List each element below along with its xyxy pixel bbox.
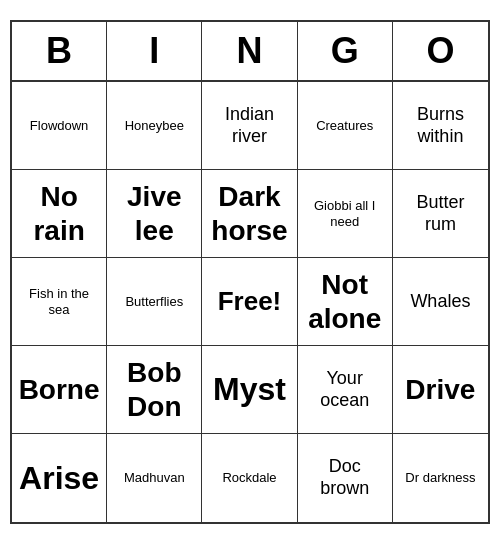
bingo-cell-1: Honeybee bbox=[107, 82, 202, 170]
bingo-cell-19: Drive bbox=[393, 346, 488, 434]
bingo-cell-12: Free! bbox=[202, 258, 297, 346]
bingo-cell-3: Creatures bbox=[298, 82, 393, 170]
bingo-cell-20: Arise bbox=[12, 434, 107, 522]
bingo-cell-23: Doc brown bbox=[298, 434, 393, 522]
bingo-cell-0: Flowdown bbox=[12, 82, 107, 170]
bingo-cell-7: Dark horse bbox=[202, 170, 297, 258]
bingo-cell-2: Indian river bbox=[202, 82, 297, 170]
bingo-cell-21: Madhuvan bbox=[107, 434, 202, 522]
header-letter-o: O bbox=[393, 22, 488, 80]
bingo-cell-18: Your ocean bbox=[298, 346, 393, 434]
bingo-cell-11: Butterflies bbox=[107, 258, 202, 346]
bingo-cell-14: Whales bbox=[393, 258, 488, 346]
bingo-cell-5: No rain bbox=[12, 170, 107, 258]
header-letter-n: N bbox=[202, 22, 297, 80]
bingo-cell-22: Rockdale bbox=[202, 434, 297, 522]
bingo-header: BINGO bbox=[12, 22, 488, 82]
bingo-cell-4: Burns within bbox=[393, 82, 488, 170]
header-letter-g: G bbox=[298, 22, 393, 80]
bingo-cell-8: Giobbi all I need bbox=[298, 170, 393, 258]
bingo-cell-17: Myst bbox=[202, 346, 297, 434]
header-letter-i: I bbox=[107, 22, 202, 80]
bingo-grid: FlowdownHoneybeeIndian riverCreaturesBur… bbox=[12, 82, 488, 522]
bingo-cell-24: Dr darkness bbox=[393, 434, 488, 522]
bingo-cell-6: Jive lee bbox=[107, 170, 202, 258]
bingo-cell-9: Butter rum bbox=[393, 170, 488, 258]
bingo-card: BINGO FlowdownHoneybeeIndian riverCreatu… bbox=[10, 20, 490, 524]
bingo-cell-16: Bob Don bbox=[107, 346, 202, 434]
bingo-cell-13: Not alone bbox=[298, 258, 393, 346]
header-letter-b: B bbox=[12, 22, 107, 80]
bingo-cell-10: Fish in the sea bbox=[12, 258, 107, 346]
bingo-cell-15: Borne bbox=[12, 346, 107, 434]
